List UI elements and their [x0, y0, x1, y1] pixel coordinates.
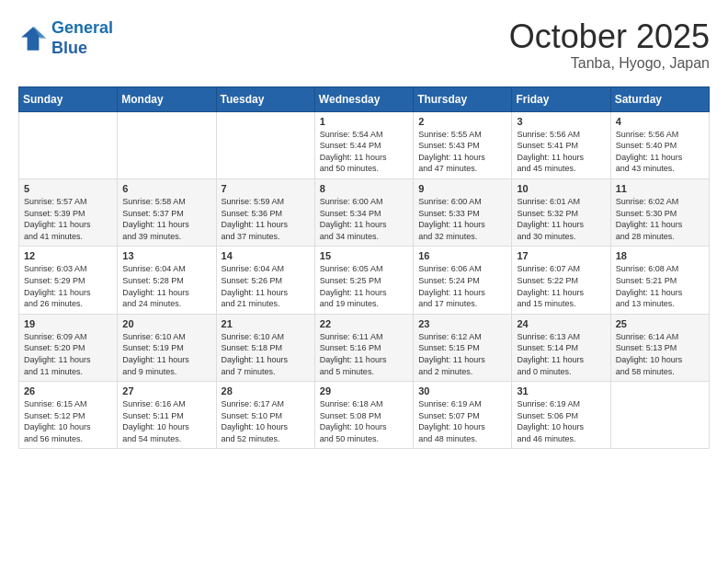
calendar-cell: 31Sunrise: 6:19 AM Sunset: 5:06 PM Dayli… — [512, 382, 610, 449]
logo-general: General — [51, 18, 113, 37]
day-number: 28 — [222, 385, 310, 396]
weekday-header-sunday: Sunday — [19, 86, 118, 111]
calendar-cell: 22Sunrise: 6:11 AM Sunset: 5:16 PM Dayli… — [314, 314, 413, 381]
day-info: Sunrise: 6:05 AM Sunset: 5:25 PM Dayligh… — [320, 263, 408, 309]
day-info: Sunrise: 6:10 AM Sunset: 5:19 PM Dayligh… — [122, 331, 210, 377]
day-number: 29 — [320, 385, 408, 396]
day-info: Sunrise: 6:17 AM Sunset: 5:10 PM Dayligh… — [222, 398, 310, 444]
calendar-cell: 23Sunrise: 6:12 AM Sunset: 5:15 PM Dayli… — [414, 314, 512, 381]
logo-icon — [18, 24, 48, 53]
day-info: Sunrise: 6:13 AM Sunset: 5:14 PM Dayligh… — [517, 331, 605, 377]
day-info: Sunrise: 6:11 AM Sunset: 5:16 PM Dayligh… — [320, 331, 408, 377]
calendar-cell: 4Sunrise: 5:56 AM Sunset: 5:40 PM Daylig… — [610, 111, 709, 178]
calendar-header-row: SundayMondayTuesdayWednesdayThursdayFrid… — [19, 86, 710, 111]
day-info: Sunrise: 6:01 AM Sunset: 5:32 PM Dayligh… — [517, 196, 605, 242]
day-number: 11 — [616, 183, 704, 194]
day-number: 21 — [222, 318, 310, 329]
weekday-header-saturday: Saturday — [610, 86, 709, 111]
calendar-cell: 29Sunrise: 6:18 AM Sunset: 5:08 PM Dayli… — [314, 382, 413, 449]
day-number: 1 — [320, 116, 408, 127]
calendar-cell: 8Sunrise: 6:00 AM Sunset: 5:34 PM Daylig… — [314, 178, 413, 246]
day-info: Sunrise: 6:18 AM Sunset: 5:08 PM Dayligh… — [320, 398, 408, 444]
day-info: Sunrise: 6:12 AM Sunset: 5:15 PM Dayligh… — [418, 331, 506, 377]
calendar-week-row: 12Sunrise: 6:03 AM Sunset: 5:29 PM Dayli… — [19, 247, 710, 314]
calendar-cell: 9Sunrise: 6:00 AM Sunset: 5:33 PM Daylig… — [414, 178, 512, 246]
day-info: Sunrise: 6:00 AM Sunset: 5:33 PM Dayligh… — [418, 196, 506, 242]
weekday-header-tuesday: Tuesday — [216, 86, 314, 111]
day-number: 22 — [320, 318, 408, 329]
calendar-cell: 5Sunrise: 5:57 AM Sunset: 5:39 PM Daylig… — [19, 178, 118, 246]
day-info: Sunrise: 5:56 AM Sunset: 5:41 PM Dayligh… — [517, 129, 605, 175]
calendar-cell — [118, 111, 216, 178]
day-info: Sunrise: 6:16 AM Sunset: 5:11 PM Dayligh… — [122, 398, 210, 444]
title-block: October 2025 Tanba, Hyogo, Japan — [509, 18, 710, 72]
day-info: Sunrise: 6:00 AM Sunset: 5:34 PM Dayligh… — [320, 196, 408, 242]
calendar-cell: 2Sunrise: 5:55 AM Sunset: 5:43 PM Daylig… — [414, 111, 512, 178]
calendar-cell: 21Sunrise: 6:10 AM Sunset: 5:18 PM Dayli… — [216, 314, 314, 381]
calendar-cell: 27Sunrise: 6:16 AM Sunset: 5:11 PM Dayli… — [118, 382, 216, 449]
calendar-cell: 20Sunrise: 6:10 AM Sunset: 5:19 PM Dayli… — [118, 314, 216, 381]
day-number: 27 — [122, 385, 210, 396]
calendar-cell: 1Sunrise: 5:54 AM Sunset: 5:44 PM Daylig… — [314, 111, 413, 178]
day-number: 3 — [517, 116, 605, 127]
day-info: Sunrise: 5:58 AM Sunset: 5:37 PM Dayligh… — [122, 196, 210, 242]
day-number: 14 — [222, 250, 310, 261]
calendar-cell: 26Sunrise: 6:15 AM Sunset: 5:12 PM Dayli… — [19, 382, 118, 449]
day-number: 24 — [517, 318, 605, 329]
calendar-cell — [216, 111, 314, 178]
calendar-cell: 12Sunrise: 6:03 AM Sunset: 5:29 PM Dayli… — [19, 247, 118, 314]
calendar-cell: 16Sunrise: 6:06 AM Sunset: 5:24 PM Dayli… — [414, 247, 512, 314]
day-number: 25 — [616, 318, 704, 329]
day-number: 20 — [122, 318, 210, 329]
day-info: Sunrise: 5:54 AM Sunset: 5:44 PM Dayligh… — [320, 129, 408, 175]
day-number: 23 — [418, 318, 506, 329]
day-number: 4 — [616, 116, 704, 127]
day-number: 8 — [320, 183, 408, 194]
day-info: Sunrise: 6:14 AM Sunset: 5:13 PM Dayligh… — [616, 331, 704, 377]
calendar-cell: 24Sunrise: 6:13 AM Sunset: 5:14 PM Dayli… — [512, 314, 610, 381]
calendar-cell: 11Sunrise: 6:02 AM Sunset: 5:30 PM Dayli… — [610, 178, 709, 246]
calendar-cell: 7Sunrise: 5:59 AM Sunset: 5:36 PM Daylig… — [216, 178, 314, 246]
calendar-cell: 3Sunrise: 5:56 AM Sunset: 5:41 PM Daylig… — [512, 111, 610, 178]
day-info: Sunrise: 6:19 AM Sunset: 5:07 PM Dayligh… — [418, 398, 506, 444]
day-info: Sunrise: 6:09 AM Sunset: 5:20 PM Dayligh… — [24, 331, 112, 377]
calendar-week-row: 19Sunrise: 6:09 AM Sunset: 5:20 PM Dayli… — [19, 314, 710, 381]
day-info: Sunrise: 6:07 AM Sunset: 5:22 PM Dayligh… — [517, 263, 605, 309]
calendar-week-row: 1Sunrise: 5:54 AM Sunset: 5:44 PM Daylig… — [19, 111, 710, 178]
weekday-header-monday: Monday — [118, 86, 216, 111]
calendar-cell: 17Sunrise: 6:07 AM Sunset: 5:22 PM Dayli… — [512, 247, 610, 314]
day-info: Sunrise: 6:03 AM Sunset: 5:29 PM Dayligh… — [24, 263, 112, 309]
day-number: 5 — [24, 183, 112, 194]
weekday-header-friday: Friday — [512, 86, 610, 111]
page-header: General Blue October 2025 Tanba, Hyogo, … — [18, 18, 710, 72]
calendar-cell: 28Sunrise: 6:17 AM Sunset: 5:10 PM Dayli… — [216, 382, 314, 449]
day-info: Sunrise: 6:06 AM Sunset: 5:24 PM Dayligh… — [418, 263, 506, 309]
calendar-cell: 30Sunrise: 6:19 AM Sunset: 5:07 PM Dayli… — [414, 382, 512, 449]
logo-blue: Blue — [51, 39, 87, 57]
day-number: 30 — [418, 385, 506, 396]
calendar-cell: 14Sunrise: 6:04 AM Sunset: 5:26 PM Dayli… — [216, 247, 314, 314]
day-number: 26 — [24, 385, 112, 396]
day-number: 19 — [24, 318, 112, 329]
day-info: Sunrise: 6:15 AM Sunset: 5:12 PM Dayligh… — [24, 398, 112, 444]
day-info: Sunrise: 6:19 AM Sunset: 5:06 PM Dayligh… — [517, 398, 605, 444]
calendar-cell: 18Sunrise: 6:08 AM Sunset: 5:21 PM Dayli… — [610, 247, 709, 314]
day-info: Sunrise: 6:10 AM Sunset: 5:18 PM Dayligh… — [222, 331, 310, 377]
day-number: 17 — [517, 250, 605, 261]
day-number: 18 — [616, 250, 704, 261]
location: Tanba, Hyogo, Japan — [509, 55, 710, 72]
day-number: 9 — [418, 183, 506, 194]
calendar-week-row: 26Sunrise: 6:15 AM Sunset: 5:12 PM Dayli… — [19, 382, 710, 449]
calendar-table: SundayMondayTuesdayWednesdayThursdayFrid… — [18, 86, 710, 450]
day-info: Sunrise: 5:56 AM Sunset: 5:40 PM Dayligh… — [616, 129, 704, 175]
day-info: Sunrise: 5:57 AM Sunset: 5:39 PM Dayligh… — [24, 196, 112, 242]
weekday-header-wednesday: Wednesday — [314, 86, 413, 111]
day-info: Sunrise: 6:08 AM Sunset: 5:21 PM Dayligh… — [616, 263, 704, 309]
day-number: 10 — [517, 183, 605, 194]
day-number: 16 — [418, 250, 506, 261]
day-number: 7 — [222, 183, 310, 194]
day-info: Sunrise: 5:59 AM Sunset: 5:36 PM Dayligh… — [222, 196, 310, 242]
month-title: October 2025 — [509, 18, 710, 55]
calendar-cell — [610, 382, 709, 449]
calendar-cell: 25Sunrise: 6:14 AM Sunset: 5:13 PM Dayli… — [610, 314, 709, 381]
